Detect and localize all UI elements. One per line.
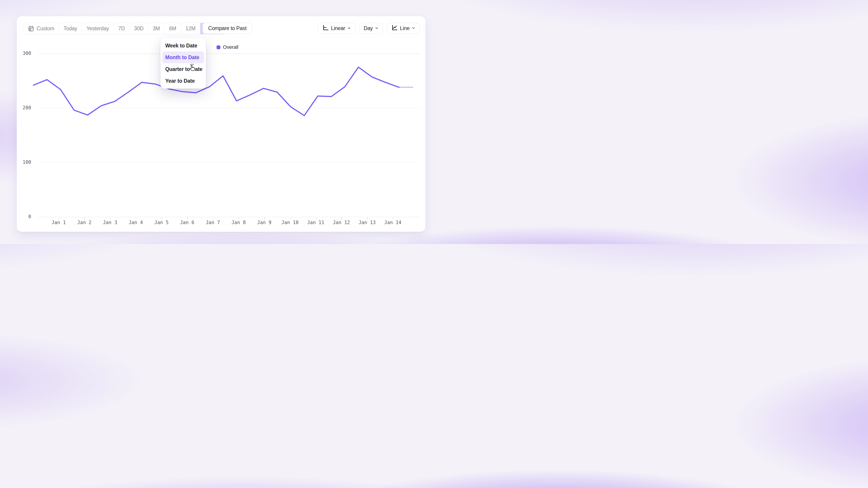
dropdown-item-quarter-to-date[interactable]: Quarter to Date xyxy=(162,63,204,75)
range-button-30d[interactable]: 30D xyxy=(129,23,148,34)
scale-select-label: Linear xyxy=(331,25,345,31)
chart-type-select-button[interactable]: Line xyxy=(387,23,420,34)
scale-select-button[interactable]: Linear xyxy=(318,23,355,34)
range-button-label: Custom xyxy=(37,26,54,32)
calendar-icon xyxy=(28,25,34,32)
range-button-today[interactable]: Today xyxy=(59,23,82,34)
range-button-7d[interactable]: 7D xyxy=(114,23,129,34)
range-button-label: 30D xyxy=(134,26,144,32)
date-range-dropdown: Week to DateMonth to DateQuarter to Date… xyxy=(160,38,206,89)
range-button-12m[interactable]: 12M xyxy=(181,23,200,34)
granularity-select-button[interactable]: Day xyxy=(360,23,383,34)
chevron-down-icon xyxy=(375,25,379,31)
dropdown-item-month-to-date[interactable]: Month to Date xyxy=(162,52,204,63)
range-button-label: 3M xyxy=(153,26,160,32)
granularity-select-label: Day xyxy=(364,25,373,31)
mouse-cursor-pointer xyxy=(187,61,197,71)
dropdown-item-week-to-date[interactable]: Week to Date xyxy=(162,40,204,52)
axis-linear-icon xyxy=(322,24,329,32)
chevron-down-icon xyxy=(347,25,351,31)
chart-controls: Linear Day Line xyxy=(318,23,420,34)
chevron-down-icon xyxy=(412,25,415,31)
range-button-custom[interactable]: Custom xyxy=(23,23,59,34)
range-button-6m[interactable]: 6M xyxy=(164,23,181,34)
range-button-label: Today xyxy=(64,26,77,32)
range-button-label: 12M xyxy=(186,26,195,32)
analytics-card: CustomTodayYesterday7D30D3M6M12MXTD Comp… xyxy=(17,16,426,232)
line-chart[interactable] xyxy=(29,48,422,229)
range-button-label: 7D xyxy=(118,26,125,32)
range-button-3m[interactable]: 3M xyxy=(148,23,165,34)
range-button-label: Yesterday xyxy=(86,26,109,32)
range-button-yesterday[interactable]: Yesterday xyxy=(82,23,114,34)
compare-to-past-button[interactable]: Compare to Past xyxy=(203,23,252,34)
range-button-label: 6M xyxy=(169,26,176,32)
line-chart-icon xyxy=(391,24,398,32)
chart-type-select-label: Line xyxy=(400,25,410,31)
series-line-overall[interactable] xyxy=(33,67,399,116)
dropdown-item-year-to-date[interactable]: Year to Date xyxy=(162,75,204,87)
date-range-group: CustomTodayYesterday7D30D3M6M12MXTD xyxy=(23,23,226,34)
